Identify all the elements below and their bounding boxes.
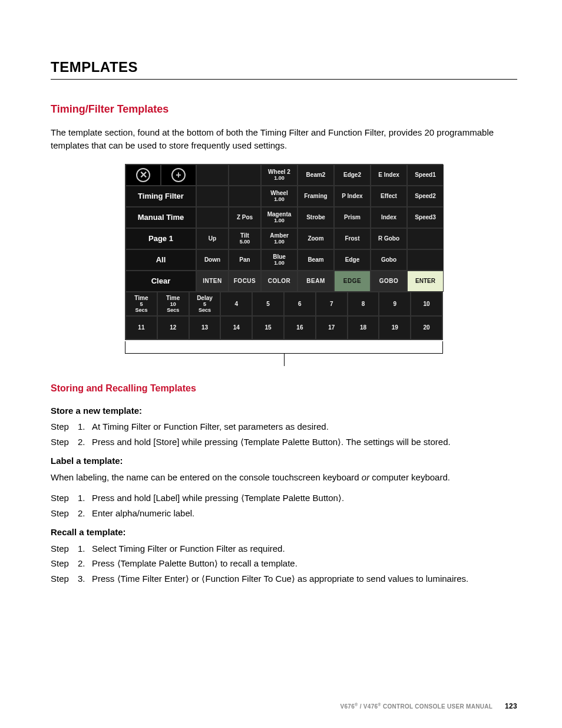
store-step-2: Press and hold [Store] while pressing ⟨T… — [92, 436, 451, 449]
category-edge[interactable]: EDGE — [334, 271, 371, 292]
store-heading: Store a new template: — [51, 404, 517, 417]
param-cell[interactable] — [407, 228, 444, 249]
category-inten[interactable]: INTEN — [196, 271, 229, 292]
template-button[interactable]: 7 — [316, 292, 348, 316]
section-timing-filter-templates: Timing/Filter Templates — [51, 103, 517, 116]
heading-rule — [51, 79, 517, 80]
template-button[interactable]: Time10Secs — [157, 292, 189, 316]
label-step-2: Enter alpha/numeric label. — [92, 507, 194, 520]
template-button[interactable]: Time5Secs — [125, 292, 157, 316]
param-cell[interactable]: R Gobo — [371, 228, 407, 249]
template-button[interactable]: 20 — [411, 316, 442, 340]
template-bracket — [125, 341, 443, 354]
recall-step-1: Select Timing Filter or Function Filter … — [92, 542, 285, 555]
param-cell[interactable]: E Index — [371, 164, 407, 186]
template-button[interactable]: 10 — [411, 292, 442, 316]
template-button[interactable]: 17 — [316, 316, 348, 340]
recall-step-3: Press ⟨Time Filter Enter⟩ or ⟨Function F… — [92, 572, 468, 585]
template-button[interactable]: 6 — [284, 292, 316, 316]
param-cell[interactable]: Speed1 — [407, 164, 444, 186]
param-cell[interactable]: Up — [196, 228, 229, 249]
all-button[interactable]: All — [125, 249, 196, 271]
param-cell[interactable]: Down — [196, 249, 229, 271]
param-cell[interactable] — [196, 186, 229, 207]
param-cell[interactable]: Pan — [229, 249, 261, 271]
param-cell[interactable] — [196, 164, 229, 186]
template-button[interactable]: 18 — [348, 316, 379, 340]
param-cell[interactable]: Zoom — [297, 228, 334, 249]
template-button[interactable]: 4 — [220, 292, 252, 316]
category-focus[interactable]: FOCUS — [229, 271, 261, 292]
template-button[interactable]: 12 — [157, 316, 189, 340]
param-cell[interactable] — [407, 249, 444, 271]
param-cell[interactable]: Speed3 — [407, 207, 444, 228]
step-number: 1. — [78, 542, 92, 555]
param-cell[interactable] — [229, 164, 261, 186]
step-number: 1. — [78, 492, 92, 505]
step-number: 1. — [78, 420, 92, 433]
timing-filter-label[interactable]: Timing Filter — [125, 186, 196, 207]
step-number: 2. — [78, 557, 92, 570]
page-label[interactable]: Page 1 — [125, 228, 196, 249]
step-number: 2. — [78, 436, 92, 449]
template-button[interactable]: 9 — [379, 292, 411, 316]
category-beam[interactable]: BEAM — [297, 271, 334, 292]
param-cell[interactable]: Amber1.00 — [261, 228, 297, 249]
param-cell[interactable]: Framing — [297, 186, 334, 207]
step-number: 2. — [78, 507, 92, 520]
param-cell[interactable]: Edge — [334, 249, 371, 271]
close-icon[interactable]: ✕ — [125, 164, 161, 186]
param-cell[interactable]: Wheel 21.00 — [261, 164, 297, 186]
intro-paragraph: The template section, found at the botto… — [51, 126, 517, 152]
template-button[interactable]: 8 — [348, 292, 379, 316]
param-cell[interactable]: Frost — [334, 228, 371, 249]
page-title: TEMPLATES — [51, 59, 517, 75]
page-footer: V676® / V476® CONTROL CONSOLE USER MANUA… — [340, 702, 517, 710]
page-number: 123 — [505, 702, 517, 710]
template-button[interactable]: 19 — [379, 316, 411, 340]
param-cell[interactable]: Wheel1.00 — [261, 186, 297, 207]
step-number: 3. — [78, 572, 92, 585]
param-cell[interactable]: Prism — [334, 207, 371, 228]
step-label: Step — [51, 420, 78, 433]
param-cell[interactable]: Magenta1.00 — [261, 207, 297, 228]
template-button[interactable]: 11 — [125, 316, 157, 340]
label-paragraph: When labeling, the name can be entered o… — [51, 471, 517, 484]
template-button[interactable]: 14 — [220, 316, 252, 340]
template-button[interactable]: Delay5Secs — [189, 292, 221, 316]
step-label: Step — [51, 507, 78, 520]
param-cell[interactable]: Blue1.00 — [261, 249, 297, 271]
recall-heading: Recall a template: — [51, 526, 517, 539]
clear-button[interactable]: Clear — [125, 271, 196, 292]
param-cell[interactable]: P Index — [334, 186, 371, 207]
label-step-1: Press and hold [Label] while pressing ⟨T… — [92, 492, 344, 505]
param-cell[interactable] — [196, 207, 229, 228]
add-icon[interactable]: + — [161, 164, 196, 186]
param-cell[interactable]: Tilt5.00 — [229, 228, 261, 249]
param-cell[interactable]: Speed2 — [407, 186, 444, 207]
label-heading: Label a template: — [51, 454, 517, 467]
category-enter[interactable]: ENTER — [407, 271, 444, 292]
param-cell[interactable]: Strobe — [297, 207, 334, 228]
template-button[interactable]: 16 — [284, 316, 316, 340]
param-cell[interactable]: Beam — [297, 249, 334, 271]
template-button[interactable]: 15 — [252, 316, 284, 340]
param-cell[interactable]: Edge2 — [334, 164, 371, 186]
step-label: Step — [51, 492, 78, 505]
step-label: Step — [51, 572, 78, 585]
step-label: Step — [51, 557, 78, 570]
param-cell[interactable] — [229, 186, 261, 207]
category-gobo[interactable]: GOBO — [371, 271, 407, 292]
param-cell[interactable]: Beam2 — [297, 164, 334, 186]
param-cell[interactable]: Z Pos — [229, 207, 261, 228]
section-storing-recalling: Storing and Recalling Templates — [51, 383, 517, 394]
step-label: Step — [51, 436, 78, 449]
param-cell[interactable]: Index — [371, 207, 407, 228]
param-cell[interactable]: Effect — [371, 186, 407, 207]
step-label: Step — [51, 542, 78, 555]
param-cell[interactable]: Gobo — [371, 249, 407, 271]
template-button[interactable]: 13 — [189, 316, 221, 340]
template-button[interactable]: 5 — [252, 292, 284, 316]
category-color[interactable]: COLOR — [261, 271, 297, 292]
manual-time-label[interactable]: Manual Time — [125, 207, 196, 228]
